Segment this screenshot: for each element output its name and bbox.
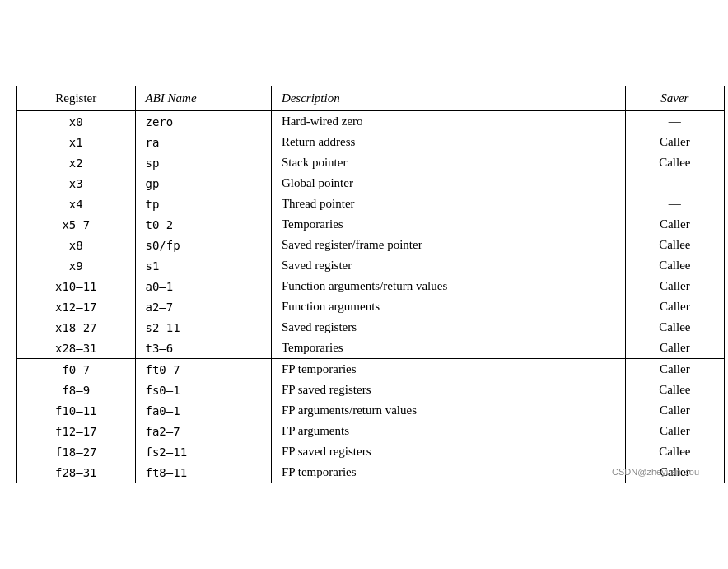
watermark: CSDN@zheyuan Zou — [612, 467, 699, 477]
cell-abi: ft0–7 — [135, 359, 271, 380]
col-header-abi: ABI Name — [135, 86, 271, 111]
table-row: x12–17a2–7Function argumentsCaller — [17, 296, 725, 317]
cell-abi: gp — [135, 173, 271, 194]
cell-saver: Callee — [625, 380, 724, 400]
table-body: x0zeroHard-wired zero—x1raReturn address… — [17, 111, 725, 483]
cell-abi: zero — [135, 111, 271, 133]
table-row: x2spStack pointerCallee — [17, 152, 725, 173]
cell-register: f12–17 — [17, 421, 136, 441]
col-header-description: Description — [271, 86, 625, 111]
col-header-saver: Saver — [625, 86, 724, 111]
cell-description: Hard-wired zero — [271, 111, 625, 133]
cell-abi: sp — [135, 152, 271, 173]
cell-saver: Caller — [625, 400, 724, 421]
cell-register: x3 — [17, 173, 136, 194]
cell-saver: — — [625, 111, 724, 133]
cell-description: FP saved registers — [271, 441, 625, 462]
cell-description: Global pointer — [271, 173, 625, 194]
cell-abi: s0/fp — [135, 235, 271, 255]
cell-register: f0–7 — [17, 359, 136, 380]
cell-description: FP temporaries — [271, 359, 625, 380]
cell-abi: a2–7 — [135, 296, 271, 317]
cell-saver: — — [625, 173, 724, 194]
table-row: x8s0/fpSaved register/frame pointerCalle… — [17, 235, 725, 255]
cell-saver: Caller — [625, 338, 724, 359]
cell-abi: a0–1 — [135, 276, 271, 296]
cell-abi: fa0–1 — [135, 400, 271, 421]
cell-abi: fs0–1 — [135, 380, 271, 400]
cell-abi: ra — [135, 132, 271, 152]
cell-saver: Caller — [625, 421, 724, 441]
table-row: f12–17fa2–7FP argumentsCaller — [17, 421, 725, 441]
table-header-row: Register ABI Name Description Saver — [17, 86, 725, 111]
cell-register: f28–31 — [17, 462, 136, 483]
cell-abi: s1 — [135, 255, 271, 276]
cell-register: x5–7 — [17, 214, 136, 235]
cell-register: f18–27 — [17, 441, 136, 462]
cell-description: Function arguments/return values — [271, 276, 625, 296]
col-header-register: Register — [17, 86, 136, 111]
cell-saver: Caller — [625, 359, 724, 380]
cell-description: FP arguments — [271, 421, 625, 441]
table-row: f10–11fa0–1FP arguments/return valuesCal… — [17, 400, 725, 421]
cell-description: Saved register — [271, 255, 625, 276]
cell-saver: — — [625, 194, 724, 214]
table-row: f18–27fs2–11FP saved registersCallee — [17, 441, 725, 462]
table-wrapper: Register ABI Name Description Saver x0ze… — [16, 86, 712, 483]
cell-description: Saved register/frame pointer — [271, 235, 625, 255]
table-row: x9s1Saved registerCallee — [17, 255, 725, 276]
cell-register: x18–27 — [17, 317, 136, 338]
table-row: x3gpGlobal pointer— — [17, 173, 725, 194]
table-row: f8–9fs0–1FP saved registersCallee — [17, 380, 725, 400]
table-row: x28–31t3–6TemporariesCaller — [17, 338, 725, 359]
cell-abi: tp — [135, 194, 271, 214]
cell-register: f10–11 — [17, 400, 136, 421]
cell-saver: Caller — [625, 132, 724, 152]
cell-abi: t0–2 — [135, 214, 271, 235]
cell-register: x2 — [17, 152, 136, 173]
cell-register: x28–31 — [17, 338, 136, 359]
table-row: x10–11a0–1Function arguments/return valu… — [17, 276, 725, 296]
cell-description: Stack pointer — [271, 152, 625, 173]
cell-register: f8–9 — [17, 380, 136, 400]
cell-abi: fs2–11 — [135, 441, 271, 462]
cell-saver: Caller — [625, 296, 724, 317]
cell-saver: Callee — [625, 152, 724, 173]
table-row: x5–7t0–2TemporariesCaller — [17, 214, 725, 235]
cell-saver: Caller — [625, 214, 724, 235]
cell-saver: Callee — [625, 235, 724, 255]
table-row: x18–27s2–11Saved registersCallee — [17, 317, 725, 338]
cell-description: Temporaries — [271, 214, 625, 235]
cell-description: Thread pointer — [271, 194, 625, 214]
cell-saver: Callee — [625, 317, 724, 338]
page-container: Register ABI Name Description Saver x0ze… — [0, 69, 728, 500]
table-row: x0zeroHard-wired zero— — [17, 111, 725, 133]
cell-saver: Callee — [625, 255, 724, 276]
table-row: x4tpThread pointer— — [17, 194, 725, 214]
cell-description: Function arguments — [271, 296, 625, 317]
cell-abi: s2–11 — [135, 317, 271, 338]
cell-description: Saved registers — [271, 317, 625, 338]
cell-register: x10–11 — [17, 276, 136, 296]
cell-saver: Caller — [625, 276, 724, 296]
cell-description: Return address — [271, 132, 625, 152]
cell-description: FP arguments/return values — [271, 400, 625, 421]
cell-abi: t3–6 — [135, 338, 271, 359]
cell-description: FP saved registers — [271, 380, 625, 400]
table-row: f0–7ft0–7FP temporariesCaller — [17, 359, 725, 380]
register-table: Register ABI Name Description Saver x0ze… — [16, 86, 725, 483]
cell-register: x4 — [17, 194, 136, 214]
cell-register: x8 — [17, 235, 136, 255]
cell-description: FP temporaries — [271, 462, 625, 483]
cell-abi: ft8–11 — [135, 462, 271, 483]
cell-abi: fa2–7 — [135, 421, 271, 441]
cell-register: x9 — [17, 255, 136, 276]
cell-register: x0 — [17, 111, 136, 133]
cell-register: x12–17 — [17, 296, 136, 317]
cell-saver: Callee — [625, 441, 724, 462]
cell-register: x1 — [17, 132, 136, 152]
cell-description: Temporaries — [271, 338, 625, 359]
table-row: x1raReturn addressCaller — [17, 132, 725, 152]
